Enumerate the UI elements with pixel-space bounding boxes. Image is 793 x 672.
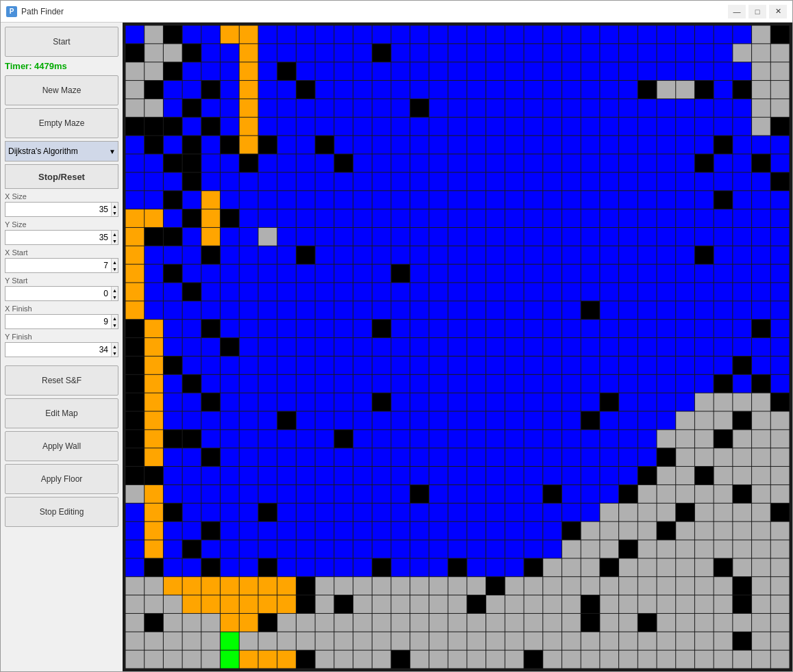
y-size-down-arrow[interactable]: ▼ xyxy=(112,237,118,244)
algorithm-dropdown[interactable]: Dijkstra's Algorithm A* Algorithm BFS DF… xyxy=(5,141,118,161)
x-start-label: X Start xyxy=(5,248,118,257)
y-start-input[interactable] xyxy=(5,287,111,300)
stop-editing-button[interactable]: Stop Editing xyxy=(5,497,118,527)
y-finish-up-arrow[interactable]: ▲ xyxy=(112,343,118,350)
x-finish-group: X Finish ▲ ▼ xyxy=(5,304,118,329)
y-size-input[interactable] xyxy=(5,231,111,244)
title-bar: P Path Finder — □ ✕ xyxy=(1,1,792,23)
x-finish-spinbox[interactable]: ▲ ▼ xyxy=(5,314,118,329)
x-size-spinbox[interactable]: ▲ ▼ xyxy=(5,202,118,217)
x-start-input[interactable] xyxy=(5,259,111,272)
y-start-group: Y Start ▲ ▼ xyxy=(5,276,118,301)
y-finish-spinbox[interactable]: ▲ ▼ xyxy=(5,342,118,357)
y-size-label: Y Size xyxy=(5,220,118,229)
x-size-group: X Size ▲ ▼ xyxy=(5,192,118,217)
apply-floor-button[interactable]: Apply Floor xyxy=(5,464,118,494)
y-finish-group: Y Finish ▲ ▼ xyxy=(5,332,118,357)
x-start-down-arrow[interactable]: ▼ xyxy=(112,266,118,272)
y-finish-label: Y Finish xyxy=(5,332,118,341)
edit-map-button[interactable]: Edit Map xyxy=(5,398,118,428)
x-start-arrows: ▲ ▼ xyxy=(111,259,118,272)
window-title: Path Finder xyxy=(21,7,728,16)
x-start-group: X Start ▲ ▼ xyxy=(5,248,118,273)
y-start-label: Y Start xyxy=(5,276,118,285)
y-finish-down-arrow[interactable]: ▼ xyxy=(112,350,118,357)
new-maze-button[interactable]: New Maze xyxy=(5,75,118,105)
apply-wall-button[interactable]: Apply Wall xyxy=(5,431,118,461)
empty-maze-button[interactable]: Empty Maze xyxy=(5,108,118,138)
start-button[interactable]: Start xyxy=(5,27,118,57)
y-size-spinbox[interactable]: ▲ ▼ xyxy=(5,230,118,245)
algorithm-select[interactable]: Dijkstra's Algorithm A* Algorithm BFS DF… xyxy=(5,141,118,161)
x-start-spinbox[interactable]: ▲ ▼ xyxy=(5,258,118,273)
minimize-button[interactable]: — xyxy=(728,5,746,18)
y-start-down-arrow[interactable]: ▼ xyxy=(112,294,118,300)
x-start-up-arrow[interactable]: ▲ xyxy=(112,259,118,266)
stop-reset-button[interactable]: Stop/Reset xyxy=(5,164,118,189)
x-size-down-arrow[interactable]: ▼ xyxy=(112,209,118,216)
x-size-arrows: ▲ ▼ xyxy=(111,203,118,216)
x-finish-arrows: ▲ ▼ xyxy=(111,315,118,328)
close-button[interactable]: ✕ xyxy=(769,5,787,18)
reset-sf-button[interactable]: Reset S&F xyxy=(5,365,118,396)
window-controls: — □ ✕ xyxy=(728,5,787,18)
x-finish-down-arrow[interactable]: ▼ xyxy=(112,322,118,328)
y-start-up-arrow[interactable]: ▲ xyxy=(112,287,118,294)
main-content: Start Timer: 4479ms New Maze Empty Maze … xyxy=(1,23,792,671)
app-icon: P xyxy=(6,6,17,17)
y-start-spinbox[interactable]: ▲ ▼ xyxy=(5,286,118,301)
x-finish-up-arrow[interactable]: ▲ xyxy=(112,315,118,322)
y-size-up-arrow[interactable]: ▲ xyxy=(112,231,118,237)
y-size-group: Y Size ▲ ▼ xyxy=(5,220,118,245)
y-finish-input[interactable] xyxy=(5,343,111,357)
x-size-up-arrow[interactable]: ▲ xyxy=(112,203,118,209)
maze-canvas[interactable] xyxy=(125,25,790,669)
x-size-label: X Size xyxy=(5,192,118,201)
y-size-arrows: ▲ ▼ xyxy=(111,231,118,244)
y-finish-arrows: ▲ ▼ xyxy=(111,343,118,357)
maximize-button[interactable]: □ xyxy=(748,5,766,18)
y-start-arrows: ▲ ▼ xyxy=(111,287,118,300)
main-window: P Path Finder — □ ✕ Start Timer: 4479ms … xyxy=(0,0,793,672)
x-finish-label: X Finish xyxy=(5,304,118,313)
maze-area[interactable] xyxy=(123,23,792,671)
x-size-input[interactable] xyxy=(5,203,111,216)
sidebar: Start Timer: 4479ms New Maze Empty Maze … xyxy=(1,23,123,671)
x-finish-input[interactable] xyxy=(5,315,111,328)
timer-display: Timer: 4479ms xyxy=(5,60,118,73)
